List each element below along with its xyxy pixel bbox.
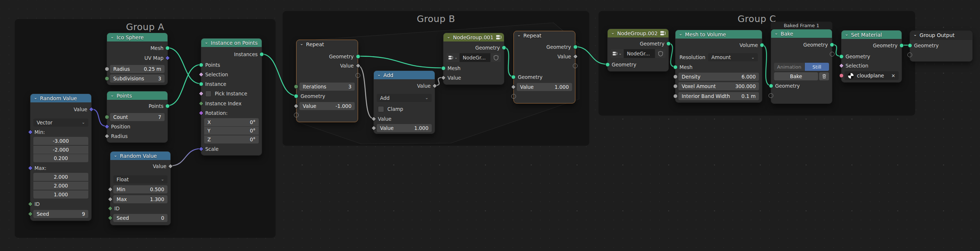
node-header[interactable]: ⌄ Ico Sphere	[107, 33, 167, 42]
wire-m2v-volume-to-bake-geometry[interactable]	[762, 45, 771, 85]
seed-field[interactable]: Seed9	[33, 210, 88, 218]
node-group-name-field[interactable]: NodeGr...	[624, 49, 655, 58]
node-header[interactable]: ⌄ Random Value	[30, 94, 91, 102]
socket-geometry-output[interactable]	[356, 54, 360, 59]
socket-mesh-input[interactable]	[673, 65, 678, 69]
node-repeat-output[interactable]: ⌄ Repeat Geometry Value Geometry Value1.…	[514, 31, 575, 104]
socket-density-input[interactable]	[673, 75, 678, 79]
node-points[interactable]: ⌄ Points Points Count7 Position Radius	[107, 91, 168, 143]
wire-rv-float-value-to-iop-scale[interactable]	[170, 149, 201, 166]
clamp-checkbox[interactable]	[378, 106, 384, 112]
value-field[interactable]: Value1.000	[517, 83, 572, 91]
collapse-chevron-icon[interactable]: ⌄	[377, 73, 381, 76]
operation-dropdown[interactable]: Add⌄	[377, 94, 432, 102]
socket-material-input[interactable]	[839, 74, 844, 78]
value-field[interactable]: Value1.000	[377, 124, 432, 132]
pick-instance-checkbox[interactable]	[205, 91, 212, 97]
voxel-amount-field[interactable]: Voxel Amount300.000	[678, 82, 759, 90]
collapse-chevron-icon[interactable]: ⌄	[611, 31, 615, 35]
rotation-x-field[interactable]: X0°	[204, 118, 259, 126]
node-header[interactable]: ⌄ Bake	[771, 29, 832, 38]
min-y-field[interactable]: -2.000	[33, 145, 88, 154]
socket-geometry-input[interactable]	[605, 62, 610, 67]
node-random-value-float[interactable]: ⌄ Random Value Value Float⌄ Min0.500 Max…	[110, 151, 171, 225]
collapse-chevron-icon[interactable]: ⌄	[775, 31, 778, 35]
node-group-name-field[interactable]: NodeGr...	[460, 53, 490, 62]
socket-extend-input[interactable]	[511, 94, 516, 99]
socket-iterations-input[interactable]	[294, 85, 298, 89]
node-add-math[interactable]: ⌄ Add Value Add⌄ Clamp Value Value1.000	[374, 70, 435, 134]
node-group-output[interactable]: ⌄ Group Output Geometry	[910, 30, 973, 62]
max-field[interactable]: Max1.300	[113, 195, 167, 203]
wire-repeat2-geometry-to-ng2-geometry[interactable]	[575, 46, 607, 64]
collapse-chevron-icon[interactable]: ⌄	[114, 153, 117, 157]
wire-iop-instances-to-repeat-geometry[interactable]	[261, 54, 297, 96]
bake-mode-animation-button[interactable]: Animation	[774, 63, 805, 71]
socket-geometry-input[interactable]	[769, 84, 773, 88]
rotation-y-field[interactable]: Y0°	[204, 126, 259, 135]
wire-ng2-geometry-to-m2v-mesh[interactable]	[668, 43, 675, 67]
fake-user-shield-button[interactable]	[491, 53, 501, 62]
node-header[interactable]: ⌄ NodeGroup.002	[608, 29, 668, 37]
data-type-dropdown[interactable]: Vector⌄	[33, 118, 88, 126]
node-repeat-input[interactable]: ⌄ Repeat Geometry Value Iterations3 Geom…	[296, 40, 358, 122]
socket-voxel-amount-input[interactable]	[673, 84, 678, 88]
socket-geometry-input[interactable]	[908, 43, 912, 48]
interior-band-width-field[interactable]: Interior Band Width0.1 m	[678, 92, 759, 100]
socket-extend-output[interactable]	[573, 64, 578, 68]
socket-interior-band-width-input[interactable]	[673, 94, 678, 98]
collapse-chevron-icon[interactable]: ⌄	[34, 96, 37, 99]
node-group-browse-button[interactable]: ⌄	[446, 53, 459, 62]
socket-extend-input[interactable]	[768, 93, 773, 98]
wire-points-points-to-iop-points[interactable]	[167, 65, 201, 106]
collapse-chevron-icon[interactable]: ⌄	[447, 35, 450, 38]
bake-button[interactable]: Bake	[774, 72, 818, 80]
collapse-chevron-icon[interactable]: ⌄	[110, 35, 114, 38]
node-header[interactable]: ⌄ Points	[107, 91, 167, 100]
density-field[interactable]: Density6.000	[678, 73, 759, 81]
node-header[interactable]: ⌄ Group Output	[910, 31, 972, 40]
node-header[interactable]: ⌄ Add	[374, 71, 435, 79]
node-ico-sphere[interactable]: ⌄ Ico Sphere Mesh UV Map Radius0.25 m Su…	[107, 33, 168, 85]
socket-extend-input[interactable]	[907, 53, 912, 57]
socket-volume-output[interactable]	[760, 43, 764, 47]
socket-geometry-output[interactable]	[666, 42, 671, 46]
resolution-dropdown[interactable]: Amount⌄	[708, 53, 758, 61]
collapse-chevron-icon[interactable]: ⌄	[110, 93, 114, 97]
socket-extend-input[interactable]	[294, 113, 299, 117]
socket-geometry-output[interactable]	[830, 43, 834, 47]
min-x-field[interactable]: -3.000	[33, 137, 88, 145]
iterations-field[interactable]: Iterations3	[299, 83, 355, 91]
material-field[interactable]: cloudplane ✕	[845, 71, 899, 80]
socket-geometry-output[interactable]	[502, 45, 506, 50]
socket-instances-output[interactable]	[259, 52, 264, 56]
data-type-dropdown[interactable]: Float⌄	[113, 176, 167, 184]
value-field[interactable]: Value-1.000	[299, 102, 355, 110]
node-header[interactable]: ⌄ Repeat	[296, 40, 358, 48]
subdivisions-field[interactable]: Subdivisions3	[110, 75, 165, 83]
socket-radius-input[interactable]	[105, 67, 109, 71]
node-header[interactable]: ⌄ Random Value	[110, 152, 170, 160]
socket-geometry-output[interactable]	[573, 45, 578, 49]
node-header[interactable]: ⌄ Mesh to Volume	[675, 30, 762, 38]
node-instance-on-points[interactable]: ⌄ Instance on Points Instances Points Se…	[201, 38, 262, 156]
socket-mesh-input[interactable]	[441, 66, 445, 70]
min-z-field[interactable]: 0.200	[33, 154, 88, 162]
seed-field[interactable]: Seed0	[113, 214, 167, 222]
node-mesh-to-volume[interactable]: ⌄ Mesh to Volume Volume Resolution Amoun…	[675, 30, 762, 103]
node-random-value-vector[interactable]: ⌄ Random Value Value Vector⌄ Min: -3.000…	[30, 94, 92, 221]
socket-mesh-output[interactable]	[165, 46, 170, 50]
socket-instance-input[interactable]	[199, 82, 204, 86]
collapse-chevron-icon[interactable]: ⌄	[913, 33, 917, 36]
socket-geometry-input[interactable]	[839, 54, 844, 59]
collapse-chevron-icon[interactable]: ⌄	[300, 42, 304, 45]
max-y-field[interactable]: 2.000	[33, 182, 88, 190]
wire-rv-vector-value-to-points-position[interactable]	[91, 109, 107, 126]
max-z-field[interactable]: 1.000	[33, 190, 88, 198]
socket-subdivisions-input[interactable]	[105, 76, 109, 81]
fake-user-shield-button[interactable]	[655, 49, 665, 58]
socket-points-input[interactable]	[199, 63, 204, 67]
rotation-z-field[interactable]: Z0°	[204, 136, 259, 144]
socket-points-output[interactable]	[165, 104, 170, 108]
node-nodegroup-002[interactable]: ⌄ NodeGroup.002 Geometry ⌄ NodeGr... Geo…	[607, 29, 669, 72]
